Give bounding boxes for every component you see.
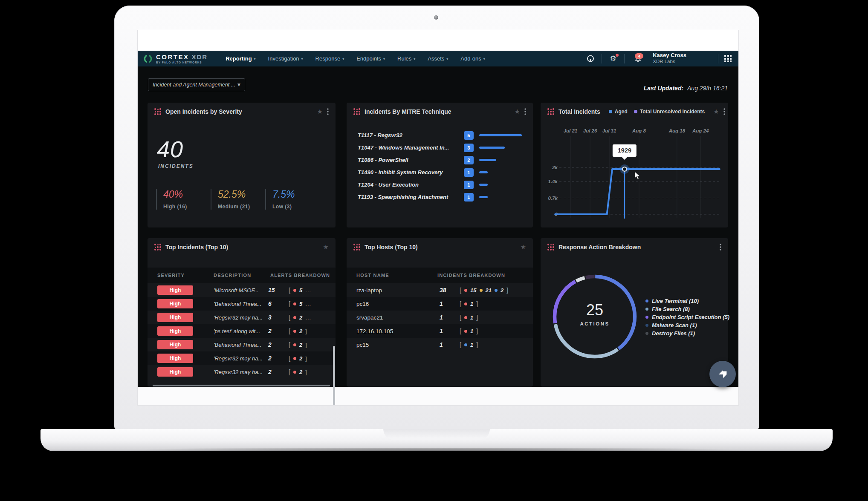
favorite-star-icon[interactable]: ★ bbox=[521, 244, 526, 250]
widget-title: Open Incidents by Severity bbox=[165, 108, 242, 115]
notifications-bell-icon[interactable]: 4 bbox=[631, 53, 645, 64]
incidents-table-body: High 'Microsoft MSOF... 15 [ 5 ... High … bbox=[148, 283, 336, 379]
count-badge: 1 bbox=[464, 168, 474, 177]
cortex-logo-icon bbox=[143, 54, 153, 63]
incident-count: 38 bbox=[440, 287, 446, 294]
incident-dot bbox=[464, 316, 467, 319]
table-row[interactable]: High 'Regsvr32 may ha... 2 [ 2 ] bbox=[148, 351, 336, 365]
stat-medium[interactable]: 52.5% Medium (21) bbox=[211, 189, 265, 210]
legend-item[interactable]: File Search (8) bbox=[645, 305, 729, 313]
top-navbar: CORTEX XDR BY PALO ALTO NETWORKS Reporti… bbox=[138, 51, 738, 66]
widget-menu-icon[interactable] bbox=[524, 108, 526, 115]
table-row[interactable]: High 'Behavioral Threa... 2 [ 2 ] bbox=[148, 338, 336, 351]
nav-item-response[interactable]: Response bbox=[315, 55, 344, 62]
brand-subtitle: BY PALO ALTO NETWORKS bbox=[156, 61, 208, 64]
mitre-technique-list: T1117 - Regsvr32 5 T1047 - Windows Manag… bbox=[358, 129, 526, 203]
severity-badge: High bbox=[157, 299, 193, 308]
vertical-scrollbar[interactable] bbox=[333, 346, 335, 405]
alert-dot bbox=[293, 330, 296, 333]
legend-item-unresolved[interactable]: Total Unresolved Incidents bbox=[634, 109, 705, 115]
mitre-row[interactable]: T1193 - Spearphishing Attachment 1 bbox=[358, 191, 526, 203]
mitre-row[interactable]: T1086 - PowerShell 2 bbox=[358, 154, 526, 166]
stat-low[interactable]: 7.5% Low (3) bbox=[265, 189, 320, 210]
navbar-right: ⚙ 4 Kasey Cross XDR Labs bbox=[585, 52, 732, 64]
table-row[interactable]: rza-laptop 38 [ 15 21 2 ] bbox=[347, 283, 533, 297]
legend-item[interactable]: Destroy Files (1) bbox=[645, 329, 729, 337]
dashboard-selector-dropdown[interactable]: Incident and Agent Management ... ▼ bbox=[148, 78, 245, 91]
widget-grid-icon bbox=[154, 244, 161, 250]
alert-count: 2 bbox=[268, 369, 272, 375]
legend-item[interactable]: Malware Scan (1) bbox=[645, 321, 729, 329]
legend-label: File Search (8) bbox=[652, 306, 690, 312]
favorite-star-icon[interactable]: ★ bbox=[323, 244, 329, 250]
mitre-row[interactable]: T1047 - Windows Management In... 3 bbox=[358, 141, 526, 154]
incident-dot bbox=[464, 330, 467, 333]
mitre-row[interactable]: T1117 - Regsvr32 5 bbox=[358, 129, 526, 141]
table-row[interactable]: High 'Regsvr32 may ha... 2 [ 2 ] bbox=[148, 365, 336, 379]
stat-low-label: Low (3) bbox=[272, 204, 320, 210]
col-severity[interactable]: SEVERITY bbox=[157, 273, 185, 278]
legend-dot bbox=[609, 110, 612, 113]
stat-medium-pct: 52.5% bbox=[218, 189, 265, 200]
col-description[interactable]: DESCRIPTION bbox=[214, 273, 251, 278]
table-row[interactable]: High 'Regsvr32 may ha... 3 [ 2 ... bbox=[148, 311, 336, 324]
severity-badge: High bbox=[157, 285, 193, 295]
nav-item-addons[interactable]: Add-ons bbox=[460, 55, 485, 62]
svg-text:Jul 31: Jul 31 bbox=[602, 128, 616, 133]
table-header: HOST NAME INCIDENTS BREAKDOWN bbox=[347, 268, 533, 283]
alerts-breakdown: [ 2 ... bbox=[289, 314, 311, 321]
count-badge: 1 bbox=[464, 181, 474, 189]
table-row[interactable]: srvapac21 1 [ 1 ] bbox=[347, 311, 533, 324]
line-chart[interactable]: Jul 21Jul 26Jul 31Aug 8Aug 18Aug 2400.7k… bbox=[547, 127, 722, 223]
incident-description: 'Microsoft MSOF... bbox=[214, 287, 259, 294]
nav-item-investigation[interactable]: Investigation bbox=[268, 55, 303, 62]
laptop-frame: CORTEX XDR BY PALO ALTO NETWORKS Reporti… bbox=[114, 6, 759, 430]
alert-dot bbox=[293, 357, 296, 360]
incidents-breakdown: [ 1 ] bbox=[460, 300, 478, 307]
legend-item[interactable]: Endpoint Script Execution (5) bbox=[645, 313, 729, 321]
mitre-row[interactable]: T1204 - User Execution 1 bbox=[358, 179, 526, 191]
alerts-breakdown: [ 5 ... bbox=[289, 300, 311, 307]
mitre-row[interactable]: T1490 - Inhibit System Recovery 1 bbox=[358, 166, 526, 179]
last-updated: Last Updated: Aug 29th 16:21 bbox=[644, 85, 728, 92]
incidents-breakdown: [ 1 ] bbox=[460, 328, 478, 334]
widget-menu-icon[interactable] bbox=[720, 244, 721, 250]
legend-label: Malware Scan (1) bbox=[652, 322, 697, 328]
col-alerts-breakdown[interactable]: ALERTS BREAKDOWN bbox=[270, 273, 330, 278]
user-menu[interactable]: Kasey Cross XDR Labs bbox=[653, 52, 686, 64]
hub-icon[interactable] bbox=[585, 53, 596, 64]
brand-logo[interactable]: CORTEX XDR BY PALO ALTO NETWORKS bbox=[143, 53, 208, 64]
table-row[interactable]: High 'Microsoft MSOF... 15 [ 5 ... bbox=[148, 283, 336, 297]
widget-menu-icon[interactable] bbox=[723, 108, 725, 115]
stat-high[interactable]: 40% High (16) bbox=[156, 189, 211, 210]
table-row[interactable]: pc16 1 [ 1 ] bbox=[347, 297, 533, 311]
nav-item-reporting[interactable]: Reporting bbox=[226, 55, 255, 62]
technique-label: T1086 - PowerShell bbox=[358, 157, 464, 163]
nav-item-assets[interactable]: Assets bbox=[428, 55, 448, 62]
notification-badge[interactable]: 4 bbox=[635, 53, 643, 59]
nav-item-rules[interactable]: Rules bbox=[397, 55, 415, 62]
col-incidents-breakdown[interactable]: INCIDENTS BREAKDOWN bbox=[437, 273, 505, 278]
incidents-breakdown: [ 15 21 2 ] bbox=[460, 287, 508, 294]
legend-item-aged[interactable]: Aged bbox=[609, 109, 628, 115]
chat-feedback-button[interactable] bbox=[709, 361, 736, 387]
settings-gear-icon[interactable]: ⚙ bbox=[608, 53, 618, 64]
table-row[interactable]: 172.16.10.105 1 [ 1 ] bbox=[347, 324, 533, 338]
table-row[interactable]: High 'ps test' along wit... 2 [ 2 ] bbox=[148, 324, 336, 338]
apps-grid-icon[interactable] bbox=[724, 55, 732, 62]
col-host-name[interactable]: HOST NAME bbox=[356, 273, 389, 278]
favorite-star-icon[interactable]: ★ bbox=[515, 109, 520, 115]
favorite-star-icon[interactable]: ★ bbox=[713, 109, 719, 115]
widget-menu-icon[interactable] bbox=[327, 108, 329, 115]
horizontal-scrollbar[interactable] bbox=[153, 385, 330, 386]
host-name: rza-laptop bbox=[356, 287, 382, 294]
legend-item[interactable]: Live Terminal (10) bbox=[645, 297, 729, 305]
incident-description: 'Behavioral Threa... bbox=[214, 301, 261, 307]
alert-count: 3 bbox=[268, 314, 272, 321]
hosts-table-body: rza-laptop 38 [ 15 21 2 ] bbox=[347, 283, 533, 351]
alert-dot bbox=[293, 289, 296, 292]
table-row[interactable]: High 'Behavioral Threa... 6 [ 5 ... bbox=[148, 297, 336, 311]
favorite-star-icon[interactable]: ★ bbox=[317, 109, 323, 115]
nav-item-endpoints[interactable]: Endpoints bbox=[356, 55, 385, 62]
table-row[interactable]: pc15 1 [ 1 ] bbox=[347, 338, 533, 351]
